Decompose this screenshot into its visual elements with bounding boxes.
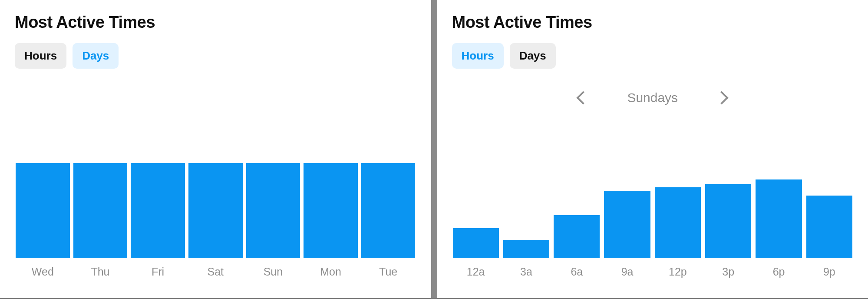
chart-bar-label: Sun [264,266,283,278]
hours-chart-bars: 12a3a6a9a12p3p6p9p [452,179,854,278]
chart-bar-label: Tue [379,266,397,278]
bar-slot: Wed [16,163,70,278]
bar-slot: Tue [361,163,416,278]
chart-bar[interactable] [246,163,300,258]
panel-hours: Most Active Times Hours Days Sundays 12a… [437,0,868,298]
chart-bar[interactable] [554,215,600,258]
tab-hours[interactable]: Hours [452,43,504,69]
bar-slot: Thu [73,163,128,278]
chart-bar-label: Fri [152,266,164,278]
tabs: Hours Days [15,43,416,69]
hours-chart: 12a3a6a9a12p3p6p9p [452,124,854,289]
panel-days: Most Active Times Hours Days WedThuFriSa… [0,0,431,298]
tab-days[interactable]: Days [73,43,119,69]
bar-slot: 9a [604,191,650,278]
bar-slot: 6p [756,179,802,278]
chevron-right-icon[interactable] [715,91,729,104]
chart-bar[interactable] [73,163,128,258]
panel-title: Most Active Times [452,13,854,32]
tabs: Hours Days [452,43,854,69]
chart-bar-label: 12a [467,266,485,278]
chart-bar[interactable] [453,228,499,258]
bar-slot: Sun [246,163,300,278]
chart-bar-label: Mon [320,266,341,278]
bar-slot: 6a [554,215,600,278]
day-selector: Sundays [452,90,854,105]
chart-bar-label: 6a [571,266,583,278]
bar-slot: 3a [503,240,549,278]
chart-bar-label: 9p [823,266,835,278]
chart-bar[interactable] [304,163,358,258]
tab-hours[interactable]: Hours [15,43,66,69]
chart-bar[interactable] [131,163,185,258]
chart-bar-label: Sat [207,266,224,278]
chart-bar[interactable] [655,187,701,258]
chart-bar-label: 9a [621,266,634,278]
chart-bar[interactable] [503,240,549,258]
chart-bar-label: Thu [91,266,109,278]
chart-bar[interactable] [604,191,650,258]
bar-slot: 3p [705,184,751,278]
bar-slot: Sat [188,163,243,278]
chart-bar-label: 3a [520,266,532,278]
chevron-left-icon[interactable] [577,91,590,104]
days-chart-bars: WedThuFriSatSunMonTue [15,163,416,278]
tab-days[interactable]: Days [510,43,556,69]
chart-bar-label: 12p [669,266,687,278]
bar-slot: Mon [304,163,358,278]
bar-slot: 12a [453,228,499,278]
bar-slot: Fri [131,163,185,278]
chart-bar[interactable] [361,163,416,258]
chart-bar[interactable] [756,179,802,258]
panel-divider [431,0,437,298]
chart-bar-label: 3p [722,266,734,278]
selected-day-label: Sundays [627,90,678,105]
chart-bar[interactable] [16,163,70,258]
days-chart: WedThuFriSatSunMonTue [15,107,416,289]
chart-bar[interactable] [705,184,751,258]
panel-title: Most Active Times [15,13,416,32]
chart-bar-label: 6p [773,266,785,278]
chart-bar[interactable] [188,163,243,258]
bar-slot: 12p [655,187,701,278]
app-root: Most Active Times Hours Days WedThuFriSa… [0,0,868,299]
bar-slot: 9p [806,196,852,278]
chart-bar-label: Wed [32,266,54,278]
chart-bar[interactable] [806,196,852,258]
